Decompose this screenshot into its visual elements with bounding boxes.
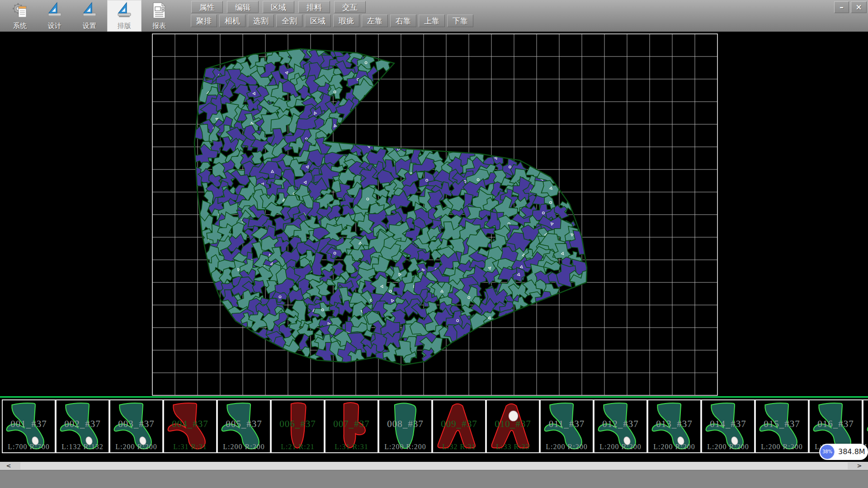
part-id-label: 009_#37 — [433, 418, 485, 430]
part-lr-count: L:31 R:31 — [164, 443, 216, 451]
tool-button-聚排[interactable]: 聚排 — [191, 14, 217, 27]
memory-usage-label: 384.8M — [838, 444, 865, 460]
nesting-canvas[interactable]: 001_#37L:700 R:700002_#37L:132 R:132003_… — [0, 32, 868, 462]
horizontal-scrollbar[interactable]: < > — [0, 462, 868, 470]
part-lr-count: L:31 R:31 — [326, 443, 377, 451]
main-toolbar: 系统设计设置排版报表 属性编辑区域排料交互 聚排相机选割全割区域瑕疵左靠右靠上靠… — [0, 0, 868, 32]
part-thumbnail-001_#37[interactable]: 001_#37L:700 R:700 — [2, 399, 56, 453]
module-button-label: 系统 — [3, 22, 37, 30]
ruler-icon — [115, 1, 133, 19]
part-id-label: 015_#37 — [756, 418, 808, 430]
module-button-设计[interactable]: 设计 — [38, 0, 72, 32]
part-id-label: 006_#37 — [272, 418, 324, 430]
part-thumbnail-010_#37[interactable]: 010_#37L:33 R:33 — [486, 399, 540, 453]
part-id-label: 014_#37 — [702, 418, 754, 430]
module-button-设置[interactable]: 设置 — [72, 0, 107, 32]
part-lr-count: L:200 R:200 — [702, 443, 754, 451]
part-thumbnail-004_#37[interactable]: 004_#37L:31 R:31 — [163, 399, 217, 453]
module-button-label: 设计 — [38, 22, 72, 30]
part-id-label: 003_#37 — [110, 418, 162, 430]
part-lr-count: L:700 R:700 — [3, 443, 55, 451]
part-thumbnail-007_#37[interactable]: 007_#37L:31 R:31 — [325, 399, 378, 453]
part-thumbnail-009_#37[interactable]: 009_#37L:32 R:31 — [432, 399, 486, 453]
part-lr-count: L:32 R:31 — [433, 443, 485, 451]
part-id-label: 007_#37 — [326, 418, 377, 430]
part-thumbnail-005_#37[interactable]: 005_#37L:200 R:200 — [217, 399, 271, 453]
part-thumbnail-003_#37[interactable]: 003_#37L:200 R:200 — [109, 399, 163, 453]
tool-button-上靠[interactable]: 上靠 — [419, 14, 445, 27]
part-thumbnail-015_#37[interactable]: 015_#37L:200 R:200 — [755, 399, 809, 453]
part-thumbnail-011_#37[interactable]: 011_#37L:200 R:200 — [540, 399, 594, 453]
part-id-label: 002_#37 — [57, 418, 108, 430]
part-thumbnail-002_#37[interactable]: 002_#37L:132 R:132 — [56, 399, 109, 453]
status-bar — [0, 470, 868, 488]
report-icon — [150, 1, 168, 19]
part-lr-count: L:132 R:132 — [57, 443, 108, 451]
part-lr-count: L:33 R:33 — [487, 443, 539, 451]
part-lr-count: L:200 R:200 — [218, 443, 270, 451]
part-thumbnail-013_#37[interactable]: 013_#37L:200 R:200 — [647, 399, 701, 453]
tool-button-瑕疵[interactable]: 瑕疵 — [333, 14, 359, 27]
strip-separator-line — [0, 396, 868, 398]
app-window: 系统设计设置排版报表 属性编辑区域排料交互 聚排相机选割全割区域瑕疵左靠右靠上靠… — [0, 0, 868, 488]
part-thumbnail-008_#37[interactable]: 008_#37L:200 R:200 — [378, 399, 432, 453]
part-id-label: 013_#37 — [648, 418, 700, 430]
part-lr-count: L:200 R:200 — [594, 443, 646, 451]
part-thumbnail-014_#37[interactable]: 014_#37L:200 R:200 — [701, 399, 755, 453]
menu-button-属性[interactable]: 属性 — [191, 1, 223, 13]
ruler-icon — [80, 1, 99, 19]
part-id-label: 012_#37 — [594, 418, 646, 430]
menu-button-排料[interactable]: 排料 — [298, 1, 330, 13]
module-button-label: 设置 — [72, 22, 107, 30]
part-id-label: 004_#37 — [164, 418, 216, 430]
progress-percent-disc: 38% — [820, 445, 835, 459]
tool-button-相机[interactable]: 相机 — [219, 14, 245, 27]
system-gear-icon — [11, 1, 29, 19]
ruler-icon — [46, 1, 64, 19]
part-id-label: 001_#37 — [3, 418, 55, 430]
module-button-label: 排版 — [107, 22, 142, 30]
tool-button-下靠[interactable]: 下靠 — [447, 14, 473, 27]
module-button-label: 报表 — [142, 22, 176, 30]
part-id-label: 005_#37 — [218, 418, 270, 430]
part-lr-count: L:21 R:21 — [272, 443, 324, 451]
module-button-报表[interactable]: 报表 — [142, 0, 176, 32]
scroll-left-arrow-icon[interactable]: < — [2, 462, 15, 470]
part-id-label: 011_#37 — [541, 418, 593, 430]
part-lr-count: L:200 R:200 — [756, 443, 808, 451]
part-id-label: 008_#37 — [379, 418, 431, 430]
part-id-label: 016_#37 — [810, 418, 862, 430]
part-thumbnail-006_#37[interactable]: 006_#37L:21 R:21 — [271, 399, 325, 453]
minimize-button[interactable]: – — [834, 1, 849, 13]
module-button-系统[interactable]: 系统 — [3, 0, 37, 32]
part-thumbnail-012_#37[interactable]: 012_#37L:200 R:200 — [594, 399, 647, 453]
menu-button-编辑[interactable]: 编辑 — [227, 1, 259, 13]
tool-button-左靠[interactable]: 左靠 — [362, 14, 388, 27]
part-lr-count: L:200 R:200 — [379, 443, 431, 451]
close-button[interactable]: ✕ — [851, 1, 867, 13]
scroll-right-arrow-icon[interactable]: > — [853, 462, 866, 470]
tool-button-全割[interactable]: 全割 — [276, 14, 302, 27]
part-id-label: 010_#37 — [487, 418, 539, 430]
menu-button-交互[interactable]: 交互 — [334, 1, 366, 13]
hide-nest-view[interactable] — [0, 32, 868, 398]
module-button-排版[interactable]: 排版 — [107, 0, 142, 32]
progress-badge: 38% 384.8M — [819, 444, 868, 460]
tool-button-区域[interactable]: 区域 — [305, 14, 331, 27]
menu-button-区域[interactable]: 区域 — [263, 1, 294, 13]
part-lr-count: L:200 R:200 — [541, 443, 593, 451]
scrollbar-track[interactable] — [20, 462, 848, 469]
part-lr-count: L:200 R:200 — [110, 443, 162, 451]
part-lr-count: L:200 R:200 — [648, 443, 700, 451]
tool-button-选割[interactable]: 选割 — [248, 14, 274, 27]
tool-button-右靠[interactable]: 右靠 — [390, 14, 416, 27]
